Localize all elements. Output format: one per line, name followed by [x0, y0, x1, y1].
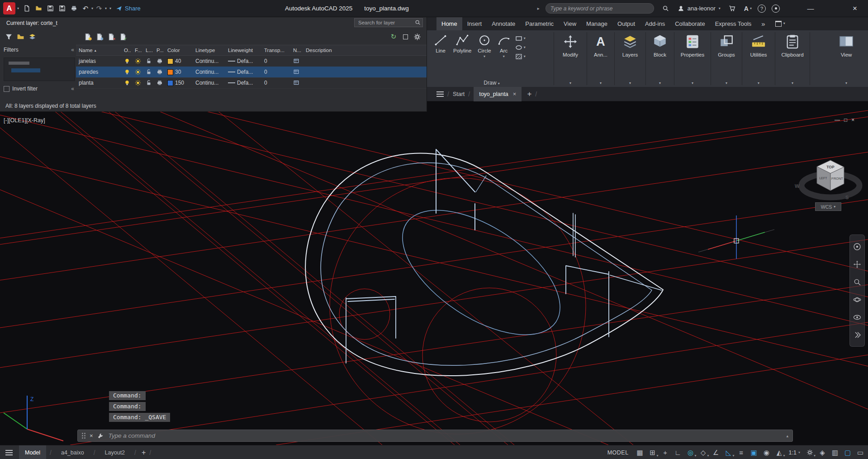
- qat-customize-icon[interactable]: ▾: [109, 7, 111, 10]
- settings-gear-icon[interactable]: [411, 31, 423, 42]
- layer-vp-freeze-icon[interactable]: [290, 80, 303, 86]
- viewcube-top-label[interactable]: TOP: [826, 165, 835, 169]
- color-swatch[interactable]: [167, 58, 173, 64]
- tab-annotate[interactable]: Annotate: [487, 17, 520, 30]
- viewport-minimize-icon[interactable]: —: [835, 117, 840, 123]
- rectangle-tool-button[interactable]: ▾: [515, 35, 526, 42]
- layer-search-input[interactable]: [354, 18, 423, 27]
- layer-row[interactable]: janelas 40 Continu... Defa... 0: [76, 56, 427, 67]
- column-on[interactable]: O..: [121, 48, 132, 53]
- annotation-scale-control[interactable]: 1:1▾: [786, 447, 803, 459]
- new-layer-vp-frozen-icon[interactable]: ❄: [93, 31, 105, 42]
- keyword-search-input[interactable]: [545, 3, 654, 14]
- arc-tool-button[interactable]: Arc ▾: [494, 33, 513, 87]
- annotation-monitor-icon[interactable]: ◈: [816, 447, 828, 459]
- tab-view[interactable]: View: [559, 17, 581, 30]
- column-description[interactable]: Description: [303, 48, 427, 53]
- layer-linetype[interactable]: Continu...: [193, 69, 225, 75]
- model-space-badge[interactable]: MODEL: [607, 449, 629, 456]
- layout-tab-a4-baixo[interactable]: a4_baixo: [55, 445, 90, 459]
- collapse-filters-icon[interactable]: «: [71, 47, 74, 53]
- column-vp-freeze[interactable]: N...: [290, 48, 303, 53]
- lineweight-display-icon[interactable]: ≡: [735, 447, 747, 459]
- annotation-visibility-icon[interactable]: ◉: [761, 447, 773, 459]
- layer-vp-freeze-icon[interactable]: [290, 58, 303, 64]
- chevron-down-icon[interactable]: ▾: [17, 7, 19, 10]
- layer-freeze-icon[interactable]: [132, 58, 143, 64]
- tab-output[interactable]: Output: [612, 17, 640, 30]
- isodraft-icon[interactable]: ◇▾: [697, 447, 709, 459]
- draw-panel-title[interactable]: Draw ▾: [431, 80, 552, 86]
- clipboard-panel-button[interactable]: Clipboard ▾: [777, 30, 808, 87]
- modify-panel-button[interactable]: Modify ▾: [555, 30, 585, 87]
- layer-linetype[interactable]: Continu...: [193, 58, 225, 64]
- ribbon-display-toggle-icon[interactable]: ▾: [770, 17, 790, 30]
- wcs-selector[interactable]: WCS ▾: [815, 202, 841, 211]
- statusbar-menu-icon[interactable]: [5, 450, 13, 455]
- layer-name[interactable]: janelas: [76, 58, 121, 64]
- file-tab-menu-icon[interactable]: [436, 91, 444, 97]
- layer-transparency[interactable]: 0: [261, 69, 290, 75]
- layer-name[interactable]: paredes: [76, 69, 121, 75]
- chevron-down-icon[interactable]: ▾: [503, 55, 505, 58]
- groups-panel-button[interactable]: Groups ▾: [712, 30, 740, 87]
- column-color[interactable]: Color: [165, 48, 193, 53]
- layers-panel-button[interactable]: Layers ▾: [616, 30, 644, 87]
- layer-lock-icon[interactable]: [143, 58, 154, 64]
- layer-plot-icon[interactable]: [154, 69, 165, 75]
- layer-row[interactable]: paredes 30 Continu... Defa... 0: [76, 67, 427, 78]
- line-tool-button[interactable]: Line: [431, 33, 450, 87]
- tab-express-tools[interactable]: Express Tools: [710, 17, 757, 30]
- osnap-tracking-icon[interactable]: ∠: [710, 447, 722, 459]
- chevron-down-icon[interactable]: ▾: [484, 55, 485, 58]
- autodesk-access-button[interactable]: A ▾: [744, 5, 752, 12]
- close-button[interactable]: ×: [848, 4, 862, 13]
- view-panel-button[interactable]: View ▾: [833, 30, 860, 87]
- drag-grip-icon[interactable]: [82, 433, 85, 439]
- set-current-layer-icon[interactable]: ✓: [117, 31, 128, 42]
- layer-lock-icon[interactable]: [143, 80, 154, 86]
- viewcube-left-label[interactable]: LEFT: [819, 177, 827, 180]
- share-button[interactable]: Share: [116, 5, 141, 12]
- snap-mode-icon[interactable]: ⊞▾: [647, 447, 659, 459]
- polyline-tool-button[interactable]: Polyline: [450, 33, 474, 87]
- pan-icon[interactable]: [853, 260, 861, 268]
- layer-states-manager-icon[interactable]: [26, 31, 38, 42]
- open-file-icon[interactable]: [33, 3, 44, 14]
- circle-tool-button[interactable]: Circle ▾: [474, 33, 494, 87]
- layer-color-cell[interactable]: 150: [165, 80, 193, 86]
- layer-vp-freeze-icon[interactable]: [290, 69, 303, 75]
- layer-transparency[interactable]: 0: [261, 58, 290, 64]
- zoom-icon[interactable]: [853, 278, 861, 286]
- ellipse-tool-button[interactable]: ▾: [515, 44, 526, 51]
- column-transparency[interactable]: Transp...: [261, 48, 290, 53]
- new-property-filter-icon[interactable]: [3, 31, 14, 42]
- column-freeze[interactable]: F...: [132, 48, 143, 53]
- layer-color-cell[interactable]: 40: [165, 58, 193, 64]
- autoscale-icon[interactable]: ◭▾: [773, 447, 785, 459]
- new-file-icon[interactable]: [21, 3, 33, 14]
- viewcube-front-label[interactable]: FRONT: [831, 177, 843, 181]
- customize-wrench-icon[interactable]: [97, 433, 104, 439]
- layer-name[interactable]: planta: [76, 80, 121, 86]
- selection-cycling-icon[interactable]: ▣: [748, 447, 760, 459]
- filter-tree[interactable]: [4, 57, 75, 81]
- layer-plot-icon[interactable]: [154, 58, 165, 64]
- show-motion-icon[interactable]: [853, 331, 861, 339]
- save-as-icon[interactable]: [56, 3, 68, 14]
- tab-document-active[interactable]: toyo_planta ×: [474, 87, 522, 101]
- search-icon[interactable]: [660, 3, 672, 14]
- command-input[interactable]: [108, 432, 783, 440]
- navigation-wheel-icon[interactable]: [853, 243, 861, 251]
- tab-overflow-icon[interactable]: »: [756, 17, 770, 30]
- dynamic-input-icon[interactable]: +: [659, 447, 671, 459]
- search-flyout-icon[interactable]: ▸: [537, 6, 540, 11]
- layer-lineweight[interactable]: Defa...: [225, 80, 261, 86]
- layout-tab-layout2[interactable]: Layout2: [99, 445, 131, 459]
- refresh-icon[interactable]: ↻: [388, 31, 399, 42]
- plot-icon[interactable]: [68, 3, 80, 14]
- tab-collaborate[interactable]: Collaborate: [670, 17, 710, 30]
- search-icon[interactable]: [415, 19, 421, 25]
- collapse-icon[interactable]: «: [71, 86, 74, 92]
- layer-on-icon[interactable]: [121, 69, 132, 75]
